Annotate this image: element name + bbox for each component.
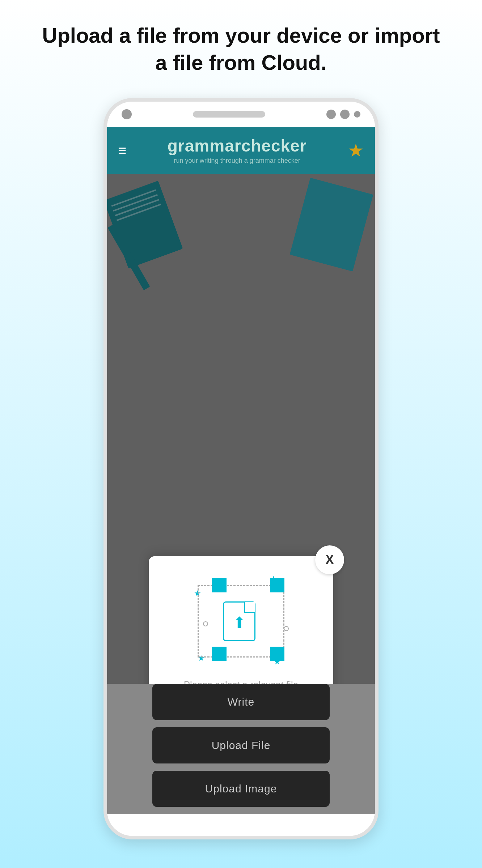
phone-dot-1 xyxy=(326,110,336,119)
star-icon[interactable]: ★ xyxy=(348,140,364,161)
phone-frame: ≡ grammarchecker run your writing throug… xyxy=(103,98,379,839)
page-title: Upload a file from your device or import… xyxy=(13,22,469,76)
app-header: ≡ grammarchecker run your writing throug… xyxy=(107,127,375,174)
file-upload-icon: ⬆ xyxy=(223,601,259,641)
upload-file-button[interactable]: Upload File xyxy=(152,727,330,763)
phone-speaker xyxy=(193,111,265,118)
hamburger-icon[interactable]: ≡ xyxy=(118,143,126,158)
phone-dot-3 xyxy=(354,111,360,118)
upload-image-button[interactable]: Upload Image xyxy=(152,771,330,807)
phone-camera xyxy=(122,109,132,119)
upload-arrow-icon: ⬆ xyxy=(233,614,246,631)
corner-tr xyxy=(270,578,284,592)
hero-area: g X ★ ★ ★ ★ xyxy=(107,174,375,814)
write-button[interactable]: Write xyxy=(152,684,330,720)
phone-top-bar xyxy=(107,102,375,127)
app-subtitle: run your writing through a grammar check… xyxy=(126,157,348,165)
phone-dot-2 xyxy=(340,110,350,119)
modal-close-button[interactable]: X xyxy=(315,545,344,574)
upload-icon-area: ★ ★ ★ ★ ⬆ xyxy=(190,574,292,668)
phone-bottom xyxy=(107,814,375,836)
corner-tl xyxy=(212,578,227,592)
corner-br xyxy=(270,647,284,661)
circle-deco-right xyxy=(284,626,289,631)
corner-bl xyxy=(212,647,227,661)
circle-deco-left xyxy=(203,621,208,626)
app-title: grammarchecker xyxy=(126,136,348,156)
